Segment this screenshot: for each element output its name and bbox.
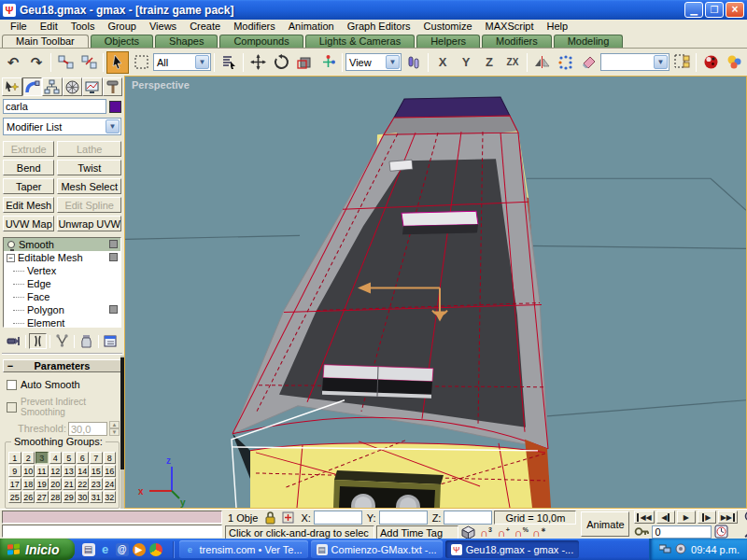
tray-volume-icon[interactable] (675, 543, 687, 555)
smoothing-group-12[interactable]: 12 (49, 465, 63, 477)
uvw-map-button[interactable]: UVW Map (3, 216, 54, 231)
x-coord-field[interactable] (314, 511, 362, 525)
array-icon[interactable] (554, 51, 576, 74)
modifier-enable-bulb-icon[interactable] (7, 241, 15, 248)
edit-mesh-button[interactable]: Edit Mesh (3, 197, 54, 213)
taskbar-task[interactable]: ΨGeu18.gmax - gmax -... (445, 540, 580, 558)
shelf-tab-objects[interactable]: Objects (91, 35, 153, 48)
menu-graph-editors[interactable]: Graph Editors (341, 20, 417, 34)
smoothing-group-26[interactable]: 26 (22, 491, 35, 503)
viewport-label[interactable]: Perspective (132, 79, 190, 91)
smoothing-group-19[interactable]: 19 (35, 478, 49, 490)
smoothing-group-3[interactable]: 3 (35, 452, 49, 464)
smoothing-group-18[interactable]: 18 (22, 478, 35, 490)
menu-modifiers[interactable]: Modifiers (227, 20, 282, 34)
smoothing-group-28[interactable]: 28 (49, 491, 63, 503)
field-of-view-icon[interactable] (740, 525, 747, 539)
reference-coordsys-dropdown[interactable]: View▼ (345, 53, 402, 71)
menu-help[interactable]: Help (541, 20, 575, 34)
restrict-z-button[interactable]: Z (478, 53, 500, 72)
smoothing-group-11[interactable]: 11 (35, 465, 49, 477)
redo-icon[interactable]: ↷ (25, 51, 48, 74)
stack-subobject-face[interactable]: Face (4, 290, 120, 303)
smoothing-group-4[interactable]: 4 (49, 452, 63, 464)
shelf-tab-main-toolbar[interactable]: Main Toolbar (2, 35, 89, 48)
absolute-mode-icon[interactable] (280, 511, 296, 525)
region-select-icon[interactable] (130, 51, 152, 74)
select-by-name-icon[interactable] (218, 51, 240, 74)
collapse-icon[interactable]: − (7, 254, 15, 262)
object-name-field[interactable] (3, 99, 106, 114)
menu-tools[interactable]: Tools (64, 20, 102, 34)
restrict-x-button[interactable]: X (431, 53, 454, 72)
z-coord-field[interactable] (444, 511, 492, 525)
close-button[interactable]: × (726, 2, 744, 18)
make-unique-icon[interactable] (53, 333, 71, 349)
stack-subobject-edge[interactable]: Edge (4, 277, 120, 290)
stack-item-editable-mesh[interactable]: − Editable Mesh (4, 251, 120, 264)
select-object-icon[interactable] (106, 51, 129, 74)
modifier-toggle-square[interactable] (109, 305, 118, 314)
modifier-toggle-square[interactable] (109, 253, 118, 261)
shelf-tab-shapes[interactable]: Shapes (155, 35, 218, 48)
align-icon[interactable] (577, 51, 599, 74)
menu-file[interactable]: File (4, 20, 34, 34)
current-frame-field[interactable] (652, 525, 712, 539)
tray-network-icon[interactable] (659, 543, 671, 555)
menu-animation[interactable]: Animation (282, 20, 341, 34)
bend-button[interactable]: Bend (3, 160, 54, 175)
show-end-result-icon[interactable] (29, 333, 47, 349)
smoothing-group-8[interactable]: 8 (104, 452, 117, 464)
twist-button[interactable]: Twist (57, 160, 121, 175)
taper-button[interactable]: Taper (3, 178, 54, 194)
smoothing-group-29[interactable]: 29 (63, 491, 76, 503)
add-time-tag[interactable]: Add Time Tag (376, 525, 458, 539)
smoothing-group-9[interactable]: 9 (8, 465, 21, 477)
remove-modifier-icon[interactable] (78, 333, 95, 349)
pivot-center-icon[interactable] (402, 51, 425, 74)
render-icon[interactable] (723, 51, 745, 74)
unwrap-uvw-button[interactable]: Unwrap UVW (57, 216, 121, 231)
smoothing-group-7[interactable]: 7 (90, 452, 103, 464)
modify-tab-icon[interactable] (22, 77, 43, 96)
select-and-rotate-icon[interactable] (270, 51, 292, 74)
menu-create[interactable]: Create (183, 20, 227, 34)
auto-smooth-checkbox[interactable] (7, 380, 17, 390)
menu-edit[interactable]: Edit (34, 20, 64, 34)
select-and-move-icon[interactable] (247, 51, 269, 74)
select-and-manipulate-icon[interactable] (317, 51, 339, 74)
mirror-icon[interactable] (530, 51, 553, 74)
key-mode-icon[interactable] (634, 525, 650, 539)
restore-button[interactable]: ❐ (705, 2, 724, 18)
named-selection-dropdown[interactable]: ▼ (600, 53, 669, 71)
shelf-tab-compounds[interactable]: Compounds (219, 35, 303, 48)
quicklaunch-ie-icon[interactable]: e (99, 543, 112, 556)
menu-views[interactable]: Views (143, 20, 183, 34)
smoothing-group-13[interactable]: 13 (63, 465, 76, 477)
smoothing-group-5[interactable]: 5 (63, 452, 76, 464)
smoothing-group-21[interactable]: 21 (63, 478, 76, 490)
display-tab-icon[interactable] (82, 77, 103, 96)
quicklaunch-messenger-icon[interactable]: @ (116, 543, 129, 556)
smoothing-group-1[interactable]: 1 (8, 452, 21, 464)
spinner-snap-icon[interactable]: ∩% (514, 525, 529, 539)
object-color-swatch[interactable] (109, 101, 121, 113)
keyboard-override-icon[interactable]: ∩∗ (531, 525, 547, 539)
stack-subobject-polygon[interactable]: Polygon (4, 303, 120, 316)
menu-group[interactable]: Group (101, 20, 143, 34)
select-and-link-icon[interactable] (54, 51, 77, 74)
smoothing-group-10[interactable]: 10 (22, 465, 35, 477)
smoothing-group-32[interactable]: 32 (104, 491, 117, 503)
smoothing-group-24[interactable]: 24 (104, 478, 117, 490)
smoothing-group-17[interactable]: 17 (8, 478, 21, 490)
quicklaunch-chrome-icon[interactable] (149, 543, 162, 556)
shelf-tab-modifiers[interactable]: Modifiers (482, 35, 552, 48)
pin-stack-icon[interactable] (5, 333, 22, 349)
menu-maxscript[interactable]: MAXScript (479, 20, 541, 34)
smoothing-group-16[interactable]: 16 (104, 465, 117, 477)
taskbar-task[interactable]: ▤Comienzo-GMax.txt -... (311, 540, 443, 558)
undo-icon[interactable]: ↶ (2, 51, 24, 74)
stack-subobject-element[interactable]: Element (4, 316, 120, 328)
configure-modifier-sets-icon[interactable] (102, 333, 120, 349)
menu-customize[interactable]: Customize (417, 20, 479, 34)
